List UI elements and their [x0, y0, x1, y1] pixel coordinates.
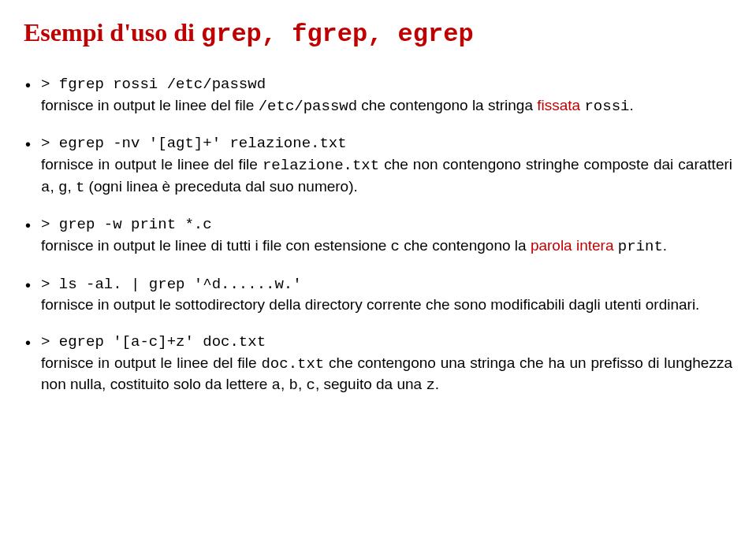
text: ,: [281, 376, 289, 392]
list-item: > egrep -nv '[agt]+' relazione.txt forni…: [24, 134, 732, 198]
description: fornisce in output le linee di tutti i f…: [41, 236, 732, 258]
highlight: fissata: [537, 97, 580, 113]
code-inline: doc.txt: [261, 355, 324, 373]
code-inline: rossi: [584, 98, 629, 115]
text: fornisce in output le linee del file: [41, 354, 261, 371]
command-line: > grep -w print *.c: [41, 215, 732, 236]
text: .: [435, 376, 439, 392]
text: .: [629, 97, 633, 113]
page-title: Esempi d'uso di grep, fgrep, egrep: [24, 16, 732, 51]
code-inline: print: [618, 238, 663, 255]
code-inline: b: [289, 377, 298, 394]
description: fornisce in output le linee del file /et…: [41, 95, 732, 117]
text: che contengono la: [400, 237, 531, 254]
code-inline: t: [76, 179, 84, 196]
text: , seguito da una: [315, 376, 426, 392]
text: .: [663, 237, 667, 254]
code-inline: z: [426, 377, 434, 394]
list-item: > fgrep rossi /etc/passwd fornisce in ou…: [24, 75, 732, 117]
text: fornisce in output le linee di tutti i f…: [41, 237, 391, 254]
code-inline: a: [41, 179, 50, 196]
text: (ogni linea è preceduta dal suo numero).: [84, 178, 357, 195]
text: che contengono la stringa: [357, 97, 537, 113]
example-list: > fgrep rossi /etc/passwd fornisce in ou…: [24, 75, 732, 396]
title-prefix: Esempi d'uso di: [24, 18, 201, 46]
text: che non contengono stringhe composte dai…: [379, 156, 732, 173]
text: fornisce in output le linee del file: [41, 156, 263, 173]
code-inline: relazione.txt: [263, 157, 379, 174]
description: fornisce in output le linee del file rel…: [41, 154, 732, 198]
code-inline: g: [58, 179, 67, 196]
text: ,: [50, 178, 58, 195]
text: ,: [67, 178, 76, 195]
list-item: > grep -w print *.c fornisce in output l…: [24, 215, 732, 257]
description: fornisce in output le linee del file doc…: [41, 353, 732, 396]
command-line: > egrep -nv '[agt]+' relazione.txt: [41, 134, 732, 154]
text: fornisce in output le linee del file: [41, 97, 259, 113]
command-line: > ls -al. | grep '^d......w.': [41, 275, 732, 295]
title-mono: grep, fgrep, egrep: [201, 20, 474, 49]
list-item: > egrep '[a-c]+z' doc.txt fornisce in ou…: [24, 332, 732, 396]
command-line: > egrep '[a-c]+z' doc.txt: [41, 332, 732, 353]
list-item: > ls -al. | grep '^d......w.' fornisce i…: [24, 275, 732, 315]
text: fornisce in output le sottodirectory del…: [41, 296, 699, 313]
text: ,: [298, 376, 307, 392]
code-inline: c: [391, 238, 400, 255]
code-inline: a: [272, 377, 281, 394]
highlight: parola intera: [531, 237, 614, 254]
command-line: > fgrep rossi /etc/passwd: [41, 75, 732, 95]
code-inline: /etc/passwd: [259, 98, 357, 115]
code-inline: c: [307, 377, 315, 394]
description: fornisce in output le sottodirectory del…: [41, 295, 732, 315]
